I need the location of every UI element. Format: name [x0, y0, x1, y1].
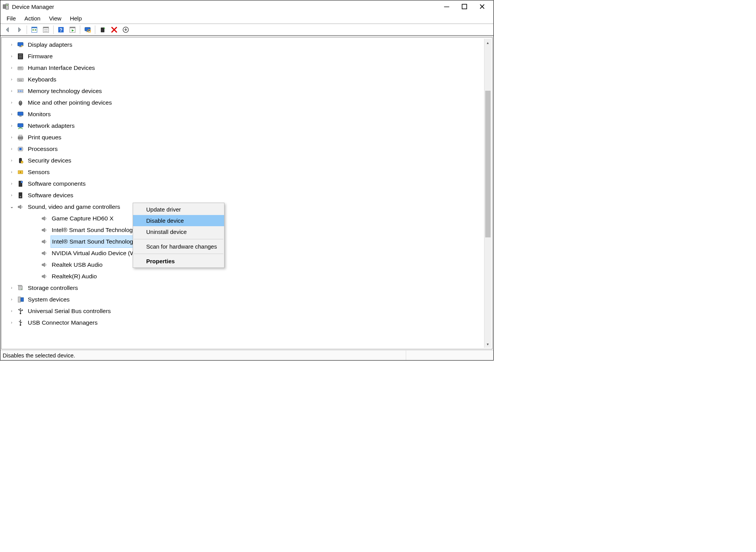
scroll-thumb[interactable]	[485, 91, 491, 237]
chevron-right-icon[interactable]: ›	[8, 318, 15, 327]
svg-point-25	[21, 45, 23, 47]
tree-category[interactable]: ›Mice and other pointing devices	[8, 97, 492, 108]
sound-icon	[40, 226, 49, 234]
tool-monitor[interactable]	[82, 25, 93, 35]
tree-category-label: Universal Serial Bus controllers	[27, 305, 112, 317]
tree-category[interactable]: ›Monitors	[8, 108, 492, 120]
tree-category[interactable]: ›Security devices	[8, 155, 492, 166]
titlebar[interactable]: Device Manager	[0, 0, 493, 13]
chevron-right-icon[interactable]: ›	[8, 295, 15, 303]
scroll-down-icon[interactable]: ▾	[484, 341, 491, 347]
tree-device[interactable]: Realtek USB Audio	[8, 259, 492, 271]
toolbar-sep	[80, 25, 80, 34]
chevron-right-icon[interactable]: ›	[8, 168, 15, 176]
tree-device-label: Realtek(R) Audio	[51, 271, 98, 282]
tree-device[interactable]: Intel® Smart Sound Technology for USB Au…	[8, 236, 492, 247]
sound-icon	[40, 215, 49, 222]
tree-category[interactable]: ›Sensors	[8, 166, 492, 178]
tree-category[interactable]: ›Universal Serial Bus controllers	[8, 305, 492, 317]
tree-category[interactable]: ›Human Interface Devices	[8, 62, 492, 74]
tree-category[interactable]: ›Keyboards	[8, 74, 492, 85]
tree-device[interactable]: Game Capture HD60 X	[8, 213, 492, 224]
context-menu-item[interactable]: Properties	[133, 256, 224, 267]
minimize-button[interactable]	[438, 0, 456, 13]
scroll-up-icon[interactable]: ▴	[484, 39, 491, 46]
tree-category[interactable]: ⌄Sound, video and game controllers	[8, 201, 492, 213]
chevron-right-icon[interactable]: ›	[8, 133, 15, 141]
tree-category[interactable]: ›Storage controllers	[8, 282, 492, 294]
svg-rect-21	[101, 28, 104, 32]
mouse-icon	[16, 99, 25, 107]
sensor-icon	[16, 168, 25, 176]
tool-back[interactable]	[2, 25, 13, 35]
security-icon	[16, 157, 25, 164]
chevron-right-icon[interactable]: ›	[8, 75, 15, 83]
maximize-button[interactable]	[456, 0, 473, 13]
window-root: Device Manager File Action View Help ?	[0, 0, 494, 361]
chevron-right-icon[interactable]: ›	[8, 64, 15, 72]
chevron-right-icon[interactable]: ›	[8, 98, 15, 107]
chevron-right-icon[interactable]: ›	[8, 145, 15, 153]
display-icon	[16, 41, 25, 49]
menu-view[interactable]: View	[45, 14, 65, 22]
svg-rect-42	[20, 90, 21, 92]
tree-device[interactable]: Realtek(R) Audio	[8, 271, 492, 282]
chevron-right-icon[interactable]: ›	[8, 87, 15, 95]
tool-show-hidden[interactable]	[29, 25, 40, 35]
context-menu-item[interactable]: Update driver	[133, 204, 224, 215]
context-menu-item[interactable]: Uninstall device	[133, 226, 224, 237]
tool-help[interactable]: ?	[56, 25, 66, 35]
device-tree[interactable]: ›Display adapters›Firmware›Human Interfa…	[2, 37, 492, 332]
chevron-right-icon[interactable]: ›	[8, 110, 15, 118]
tool-properties-sheet[interactable]	[40, 25, 51, 35]
tree-device-label: Game Capture HD60 X	[51, 213, 115, 224]
tree-category[interactable]: ›Memory technology devices	[8, 85, 492, 97]
context-menu-item[interactable]: Scan for hardware changes	[133, 241, 224, 252]
tool-run[interactable]	[67, 25, 78, 35]
tool-uninstall[interactable]	[109, 25, 120, 35]
tool-update-driver[interactable]	[97, 25, 108, 35]
vertical-scrollbar[interactable]: ▴ ▾	[484, 39, 491, 348]
tree-device[interactable]: Intel® Smart Sound Technology for Blueto…	[8, 224, 492, 236]
tool-forward[interactable]	[14, 25, 25, 35]
tree-category[interactable]: ›USB Connector Managers	[8, 317, 492, 328]
close-button[interactable]	[473, 0, 491, 13]
svg-rect-70	[18, 297, 20, 302]
chevron-right-icon[interactable]: ›	[8, 122, 15, 130]
tree-category-label: Mice and other pointing devices	[27, 97, 113, 108]
chevron-right-icon[interactable]: ›	[8, 191, 15, 199]
chevron-right-icon[interactable]: ›	[8, 179, 15, 188]
tree-category-label: Print queues	[27, 132, 62, 143]
tree-category[interactable]: ›System devices	[8, 294, 492, 305]
tree-category[interactable]: ›+Software components	[8, 178, 492, 190]
chevron-right-icon[interactable]: ›	[8, 41, 15, 49]
chevron-right-icon[interactable]: ›	[8, 307, 15, 315]
firmware-icon	[16, 52, 25, 60]
tree-category[interactable]: ›Print queues	[8, 132, 492, 143]
tree-category-label: Processors	[27, 143, 59, 155]
tool-scan-hardware[interactable]	[120, 25, 131, 35]
svg-rect-47	[19, 116, 22, 117]
menu-help[interactable]: Help	[66, 14, 86, 22]
menu-action[interactable]: Action	[20, 14, 44, 22]
status-text: Disables the selected device.	[3, 352, 234, 359]
chevron-right-icon[interactable]: ›	[8, 284, 15, 292]
tree-category-label: Network adapters	[27, 120, 76, 132]
context-menu-item[interactable]: Disable device	[133, 215, 224, 226]
tree-category[interactable]: ›Firmware	[8, 51, 492, 62]
svg-rect-28	[19, 56, 22, 57]
chevron-right-icon[interactable]: ›	[8, 52, 15, 60]
chevron-down-icon[interactable]: ⌄	[8, 203, 15, 211]
tree-category[interactable]: ›Processors	[8, 143, 492, 155]
tree-category[interactable]: ›Software devices	[8, 190, 492, 201]
menu-file[interactable]: File	[3, 14, 20, 22]
content-area: ›Display adapters›Firmware›Human Interfa…	[0, 36, 493, 350]
chevron-right-icon[interactable]: ›	[8, 156, 15, 164]
tree-device[interactable]: NVIDIA Virtual Audio Device (Wave Extens…	[8, 247, 492, 259]
tree-category-label: USB Connector Managers	[27, 317, 99, 328]
svg-rect-3	[444, 7, 449, 7]
tree-category[interactable]: ›Network adapters	[8, 120, 492, 132]
tree-category[interactable]: ›Display adapters	[8, 39, 492, 51]
tree-category-label: Firmware	[27, 51, 54, 62]
svg-rect-27	[19, 54, 22, 55]
